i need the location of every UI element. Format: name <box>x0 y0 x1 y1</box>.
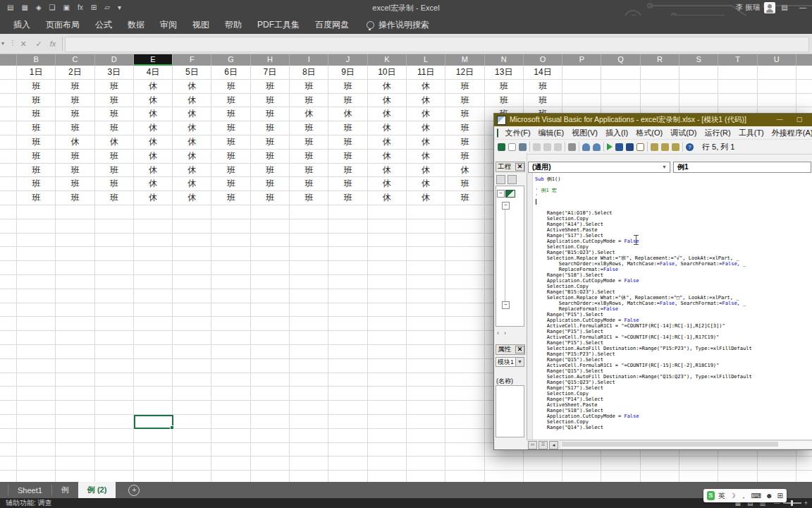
enter-icon[interactable]: ✓ <box>32 37 45 50</box>
grid-cell[interactable]: 班 <box>445 80 484 94</box>
properties-panel-header[interactable]: 属性 ✕ <box>496 344 525 355</box>
grid-cell[interactable] <box>368 261 407 275</box>
grid-cell[interactable] <box>17 443 56 457</box>
grid-cell[interactable] <box>211 387 250 401</box>
grid-cell[interactable]: 休 <box>368 177 407 191</box>
grid-cell[interactable]: 班 <box>17 150 56 164</box>
find-icon[interactable] <box>568 143 576 151</box>
grid-cell[interactable]: 班 <box>17 94 56 108</box>
grid-cell[interactable] <box>17 234 56 248</box>
column-header-B[interactable]: B <box>17 54 56 66</box>
grid-cell[interactable] <box>17 261 56 275</box>
grid-cell[interactable] <box>134 429 173 443</box>
grid-cell[interactable] <box>328 261 367 275</box>
grid-cell[interactable]: 11日 <box>407 66 445 80</box>
grid-cell[interactable] <box>56 387 94 401</box>
grid-cell[interactable] <box>445 345 484 359</box>
grid-cell[interactable]: 班 <box>524 80 562 94</box>
grid-cell[interactable] <box>328 289 367 303</box>
grid-cell[interactable]: 班 <box>445 150 484 164</box>
grid-cell[interactable] <box>211 289 250 303</box>
grid-cell[interactable] <box>445 247 484 261</box>
grid-cell[interactable]: 休 <box>134 135 173 150</box>
grid-cell[interactable]: 班 <box>251 121 290 135</box>
grid-cell[interactable] <box>328 331 367 345</box>
grid-cell[interactable] <box>368 387 407 401</box>
grid-cell[interactable] <box>679 66 718 80</box>
grid-cell[interactable]: 休 <box>368 94 407 108</box>
grid-cell[interactable]: 休 <box>445 164 484 178</box>
full-module-view-icon[interactable]: ☰ <box>539 441 548 449</box>
grid-cell[interactable]: 班 <box>251 107 290 121</box>
grid-cell[interactable]: 休 <box>134 80 173 94</box>
grid-cell[interactable] <box>407 415 445 429</box>
grid-cell[interactable]: 班 <box>328 121 367 135</box>
grid-cell[interactable] <box>407 261 445 275</box>
grid-cell[interactable]: 班 <box>290 191 328 205</box>
grid-cell[interactable]: 班 <box>328 150 367 164</box>
grid-cell[interactable] <box>211 429 250 443</box>
cell-partial[interactable] <box>796 456 812 471</box>
grid-cell[interactable] <box>290 359 328 373</box>
grid-cell[interactable]: 班 <box>211 150 250 164</box>
grid-cell[interactable] <box>251 471 290 482</box>
procedure-view-icon[interactable]: ▭ <box>528 441 537 449</box>
grid-cell[interactable] <box>679 471 718 482</box>
grid-cell[interactable] <box>718 66 757 80</box>
grid-cell[interactable]: 休 <box>407 94 445 108</box>
ime-toolbar[interactable]: S 英☽，⌨☻⊞ <box>703 489 787 502</box>
grid-cell[interactable] <box>328 373 367 387</box>
grid-cell[interactable] <box>95 373 134 387</box>
grid-cell[interactable] <box>407 345 445 359</box>
grid-cell[interactable] <box>211 471 250 482</box>
grid-cell[interactable] <box>368 401 407 415</box>
grid-cell[interactable] <box>95 359 134 373</box>
code-pane[interactable]: Sub 例1()' 例1 宏' Range("A1:O10").Select S… <box>527 173 812 440</box>
grid-cell[interactable] <box>173 234 211 248</box>
grid-cell[interactable]: 班 <box>251 191 290 205</box>
grid-cell[interactable] <box>134 373 173 387</box>
grid-cell[interactable] <box>251 219 290 234</box>
grid-cell[interactable]: 班 <box>95 107 134 121</box>
grid-cell[interactable] <box>290 247 328 261</box>
grid-cell[interactable] <box>17 415 56 429</box>
grid-cell[interactable] <box>290 303 328 318</box>
grid-cell[interactable] <box>95 303 134 318</box>
ime-lang-mode[interactable]: 英 <box>718 489 725 502</box>
grid-cell[interactable] <box>251 443 290 457</box>
grid-cell[interactable] <box>211 234 250 248</box>
grid-cell[interactable] <box>173 415 211 429</box>
grid-cell[interactable] <box>445 219 484 234</box>
grid-cell[interactable] <box>251 275 290 289</box>
grid-cell[interactable] <box>56 219 94 234</box>
grid-cell[interactable] <box>290 275 328 289</box>
cell-partial[interactable] <box>0 303 17 318</box>
grid-cell[interactable]: 9日 <box>328 66 367 80</box>
cell-partial[interactable] <box>0 331 17 345</box>
grid-cell[interactable] <box>17 275 56 289</box>
grid-cell[interactable] <box>134 345 173 359</box>
grid-cell[interactable]: 休 <box>368 121 407 135</box>
grid-cell[interactable] <box>17 359 56 373</box>
grid-cell[interactable]: 班 <box>251 135 290 150</box>
grid-cell[interactable] <box>134 456 173 471</box>
grid-cell[interactable] <box>758 80 796 94</box>
column-header-J[interactable]: J <box>328 54 367 66</box>
grid-cell[interactable] <box>251 401 290 415</box>
grid-cell[interactable] <box>290 317 328 331</box>
scrollbar-thumb[interactable] <box>562 442 778 447</box>
grid-cell[interactable] <box>56 247 94 261</box>
column-header-C[interactable]: C <box>56 54 94 66</box>
grid-cell[interactable] <box>211 205 250 219</box>
grid-cell[interactable] <box>173 331 211 345</box>
grid-cell[interactable] <box>95 247 134 261</box>
properties-window-icon[interactable] <box>661 143 669 151</box>
grid-cell[interactable] <box>679 456 718 471</box>
grid-cell[interactable] <box>134 359 173 373</box>
help-icon[interactable]: ? <box>686 143 694 151</box>
grid-cell[interactable] <box>173 373 211 387</box>
grid-cell[interactable]: 休 <box>407 177 445 191</box>
grid-cell[interactable]: 班 <box>251 80 290 94</box>
grid-cell[interactable]: 班 <box>17 121 56 135</box>
grid-cell[interactable] <box>56 429 94 443</box>
